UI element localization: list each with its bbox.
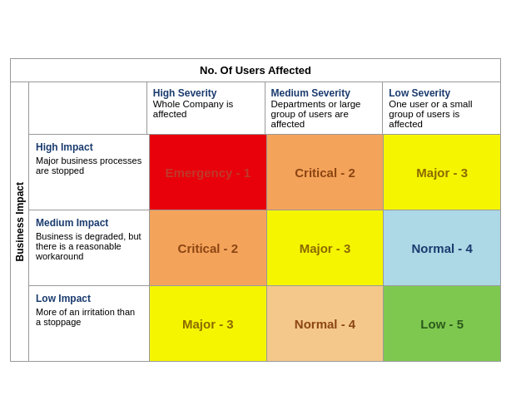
impact-cell-medium: Medium Impact Business is degraded, but … — [29, 210, 150, 285]
high-sev-title: High Severity — [153, 87, 259, 99]
impact-cell-low: Low Impact More of an irritation than a … — [29, 286, 150, 361]
low-sev-desc: One user or a small group of users is af… — [389, 99, 494, 129]
major-3c-label: Major - 3 — [182, 317, 234, 331]
page-wrapper: No. Of Users Affected Business Impact Hi… — [0, 0, 511, 420]
low-5-label: Low - 5 — [420, 317, 464, 331]
side-label: Business Impact — [14, 182, 26, 261]
header-cell-medium-sev: Medium Severity Departments or large gro… — [265, 82, 384, 134]
medium-sev-desc: Departments or large group of users are … — [271, 99, 377, 129]
value-emergency: Emergency - 1 — [150, 135, 267, 210]
value-normal-4a: Normal - 4 — [384, 210, 500, 285]
critical-2b-label: Critical - 2 — [178, 241, 239, 255]
medium-impact-desc: Business is degraded, but there is a rea… — [36, 231, 142, 261]
main-grid: Business Impact High Severity Whole Comp… — [11, 82, 500, 361]
side-label-column: Business Impact — [11, 82, 29, 361]
medium-sev-title: Medium Severity — [271, 87, 377, 99]
header-cell-empty — [29, 82, 147, 134]
value-major-3b: Major - 3 — [267, 210, 384, 285]
emergency-label: Emergency - 1 — [166, 166, 251, 180]
value-major-3a: Major - 3 — [384, 135, 500, 210]
top-header: No. Of Users Affected — [11, 59, 500, 82]
header-cell-high-sev: High Severity Whole Company is affected — [147, 82, 265, 134]
value-low-5: Low - 5 — [384, 286, 500, 361]
critical-2a-label: Critical - 2 — [295, 166, 355, 180]
impact-cell-high: High Impact Major business processes are… — [29, 135, 150, 210]
row-low-impact: Low Impact More of an irritation than a … — [29, 286, 500, 361]
high-sev-desc: Whole Company is affected — [153, 99, 259, 119]
major-3a-label: Major - 3 — [416, 166, 468, 180]
major-3b-label: Major - 3 — [300, 241, 351, 255]
row-medium-impact: Medium Impact Business is degraded, but … — [29, 210, 500, 286]
header-cell-low-sev: Low Severity One user or a small group o… — [383, 82, 500, 134]
priority-matrix-table: No. Of Users Affected Business Impact Hi… — [10, 58, 501, 362]
high-impact-title: High Impact — [36, 141, 142, 153]
value-critical-2a: Critical - 2 — [267, 135, 384, 210]
low-impact-title: Low Impact — [36, 293, 142, 304]
value-critical-2b: Critical - 2 — [150, 210, 267, 285]
normal-4b-label: Normal - 4 — [295, 317, 355, 331]
low-sev-title: Low Severity — [389, 87, 494, 99]
low-impact-desc: More of an irritation than a stoppage — [36, 307, 142, 327]
medium-impact-title: Medium Impact — [36, 217, 142, 229]
value-major-3c: Major - 3 — [150, 286, 267, 361]
value-normal-4b: Normal - 4 — [267, 286, 384, 361]
header-row: High Severity Whole Company is affected … — [29, 82, 500, 135]
row-high-impact: High Impact Major business processes are… — [29, 135, 500, 210]
normal-4a-label: Normal - 4 — [412, 241, 473, 255]
grid-content: High Severity Whole Company is affected … — [29, 82, 500, 361]
high-impact-desc: Major business processes are stopped — [36, 156, 142, 175]
